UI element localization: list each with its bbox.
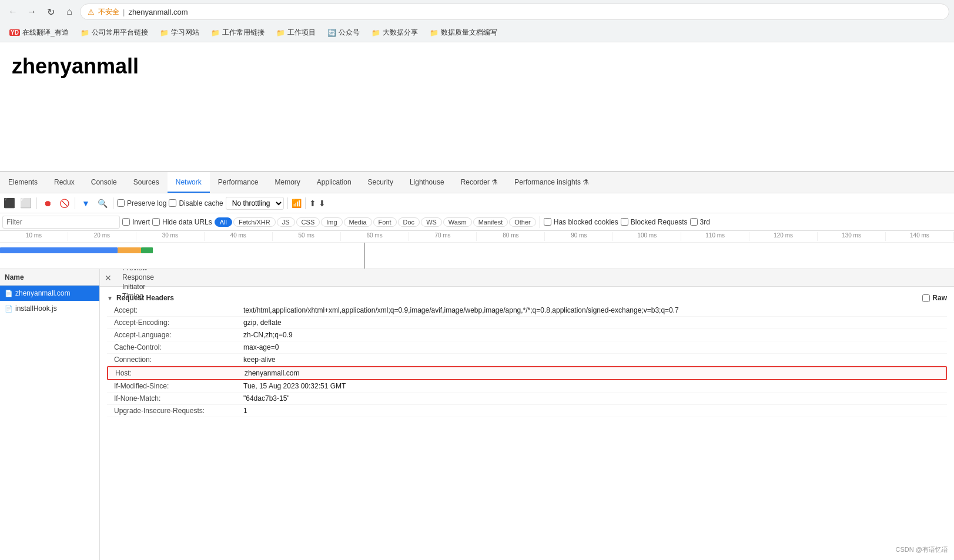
timeline-tick: 100 ms — [613, 232, 681, 241]
file-item-installhook[interactable]: 📄installHook.js — [0, 301, 99, 316]
preserve-log-checkbox[interactable] — [117, 199, 125, 207]
file-icon-zhenyanmall: 📄 — [5, 290, 13, 297]
header-value-4: keep-alive — [243, 356, 940, 364]
forward-button[interactable]: → — [24, 4, 40, 20]
filter-chip-all[interactable]: All — [215, 217, 232, 227]
header-row-5: Host:zhenyanmall.com — [107, 366, 947, 380]
header-row-8: Upgrade-Insecure-Requests:1 — [107, 405, 947, 417]
timeline-tick: 90 ms — [545, 232, 613, 241]
devtools-tab-network[interactable]: Network — [168, 172, 210, 193]
bookmark-label-b2: 学习网站 — [171, 28, 199, 38]
timeline-tick: 20 ms — [68, 232, 136, 241]
timeline-tick: 110 ms — [681, 232, 749, 241]
devtools-tab-recorder[interactable]: Recorder ⚗ — [453, 172, 507, 193]
has-blocked-cookies-checkbox[interactable] — [544, 218, 551, 226]
blocked-requests-checkbox[interactable] — [621, 218, 628, 226]
filter-chip-font[interactable]: Font — [373, 217, 397, 227]
back-button[interactable]: ← — [5, 4, 21, 20]
timeline-area: 10 ms20 ms30 ms40 ms50 ms60 ms70 ms80 ms… — [0, 231, 954, 269]
devtools-tab-perf-insights[interactable]: Performance insights ⚗ — [506, 172, 597, 193]
devtools-tab-redux[interactable]: Redux — [46, 172, 83, 193]
file-item-zhenyanmall[interactable]: 📄zhenyanmall.com — [0, 286, 99, 301]
3rd-party-checkbox[interactable] — [690, 218, 698, 226]
home-button[interactable]: ⌂ — [61, 4, 78, 20]
filter-chip-js[interactable]: JS — [277, 217, 295, 227]
watermark: CSDN @有语忆语 — [896, 545, 948, 554]
3rd-party-label[interactable]: 3rd — [690, 218, 710, 226]
has-blocked-cookies-label[interactable]: Has blocked cookies — [544, 218, 618, 226]
bookmark-item-b5[interactable]: 🔄公众号 — [323, 26, 364, 39]
request-headers-section[interactable]: ▼ Request Headers Raw — [107, 291, 947, 304]
bookmark-item-yd[interactable]: YD在线翻译_有道 — [5, 26, 73, 39]
header-row-7: If-None-Match:"64dac7b3-15" — [107, 393, 947, 405]
header-value-2: zh-CN,zh;q=0.9 — [243, 331, 940, 339]
filter-chip-doc[interactable]: Doc — [398, 217, 420, 227]
filter-chip-css[interactable]: CSS — [296, 217, 320, 227]
bookmark-item-b6[interactable]: 📁大数据分享 — [367, 26, 423, 39]
upload-icon: ⬆ — [309, 199, 316, 208]
reload-button[interactable]: ↻ — [42, 4, 59, 20]
file-list: Name 📄zhenyanmall.com📄installHook.js — [0, 269, 100, 560]
preserve-log-label[interactable]: Preserve log — [117, 199, 166, 207]
bookmark-label-b7: 数据质量文档编写 — [441, 28, 497, 38]
header-row-6: If-Modified-Since:Tue, 15 Aug 2023 00:32… — [107, 380, 947, 393]
devtools-tab-sources[interactable]: Sources — [125, 172, 168, 193]
filter-input[interactable] — [6, 218, 116, 226]
inspect-button[interactable]: ⬜ — [19, 196, 33, 210]
timeline-tick: 10 ms — [0, 232, 68, 241]
bookmark-item-b1[interactable]: 📁公司常用平台链接 — [76, 26, 153, 39]
close-button[interactable]: ✕ — [102, 272, 114, 284]
header-name-4: Connection: — [114, 356, 243, 364]
devtools-tab-memory[interactable]: Memory — [267, 172, 309, 193]
disable-cache-checkbox[interactable] — [169, 199, 176, 207]
bookmark-item-b3[interactable]: 📁工作常用链接 — [206, 26, 269, 39]
timeline-bar-green — [141, 247, 153, 253]
record-button[interactable]: ⏺ — [41, 196, 55, 210]
filter-chip-ws[interactable]: WS — [421, 217, 442, 227]
devtools-tab-performance[interactable]: Performance — [210, 172, 267, 193]
devtools-tab-lighthouse[interactable]: Lighthouse — [401, 172, 453, 193]
bookmark-icon-b1: 📁 — [81, 29, 89, 37]
timeline-line — [364, 243, 365, 269]
bookmark-item-b2[interactable]: 📁学习网站 — [155, 26, 204, 39]
search-button[interactable]: 🔍 — [95, 196, 109, 210]
devtools-tab-application[interactable]: Application — [309, 172, 360, 193]
filter-button[interactable]: ▼ — [79, 196, 93, 210]
invert-label[interactable]: Invert — [122, 218, 150, 226]
file-label-zhenyanmall: zhenyanmall.com — [15, 289, 70, 297]
filter-divider — [540, 216, 540, 228]
devtools-toggle-button[interactable]: ⬛ — [2, 196, 16, 210]
raw-checkbox[interactable] — [922, 294, 930, 302]
disable-cache-label[interactable]: Disable cache — [169, 199, 223, 207]
filter-chip-media[interactable]: Media — [344, 217, 372, 227]
raw-label[interactable]: Raw — [922, 294, 947, 302]
devtools-tab-elements[interactable]: Elements — [0, 172, 46, 193]
hide-data-urls-label[interactable]: Hide data URLs — [152, 218, 212, 226]
bookmark-label-b3: 工作常用链接 — [222, 28, 265, 38]
bookmark-label-b5: 公众号 — [339, 28, 360, 38]
bookmark-icon-b4: 📁 — [276, 29, 285, 37]
header-row-2: Accept-Language:zh-CN,zh;q=0.9 — [107, 329, 947, 341]
throttle-select[interactable]: No throttlingFast 3GSlow 3GOffline — [226, 197, 284, 210]
devtools-tab-console[interactable]: Console — [83, 172, 125, 193]
blocked-requests-label[interactable]: Blocked Requests — [621, 218, 688, 226]
filter-chip-fetch-xhr[interactable]: Fetch/XHR — [233, 217, 276, 227]
download-icon: ⬇ — [319, 199, 326, 208]
bookmark-icon-b5: 🔄 — [327, 29, 336, 37]
filter-chip-img[interactable]: Img — [321, 217, 342, 227]
filter-chip-wasm[interactable]: Wasm — [443, 217, 472, 227]
hide-data-urls-checkbox[interactable] — [152, 218, 160, 226]
filter-chip-manifest[interactable]: Manifest — [473, 217, 508, 227]
clear-button[interactable]: 🚫 — [57, 196, 71, 210]
invert-checkbox[interactable] — [122, 218, 130, 226]
url-display: zhenyanmall.com — [128, 8, 188, 16]
address-bar[interactable]: ⚠ 不安全 | zhenyanmall.com — [80, 4, 949, 20]
devtools-tab-security[interactable]: Security — [360, 172, 401, 193]
bookmark-item-b7[interactable]: 📁数据质量文档编写 — [425, 26, 502, 39]
filter-chip-other[interactable]: Other — [509, 217, 536, 227]
sub-tab-response[interactable]: Response — [115, 273, 161, 283]
timeline-tick: 50 ms — [273, 232, 341, 241]
header-name-7: If-None-Match: — [114, 394, 243, 403]
bookmark-item-b4[interactable]: 📁工作项目 — [272, 26, 320, 39]
header-value-0: text/html,application/xhtml+xml,applicat… — [243, 306, 940, 314]
